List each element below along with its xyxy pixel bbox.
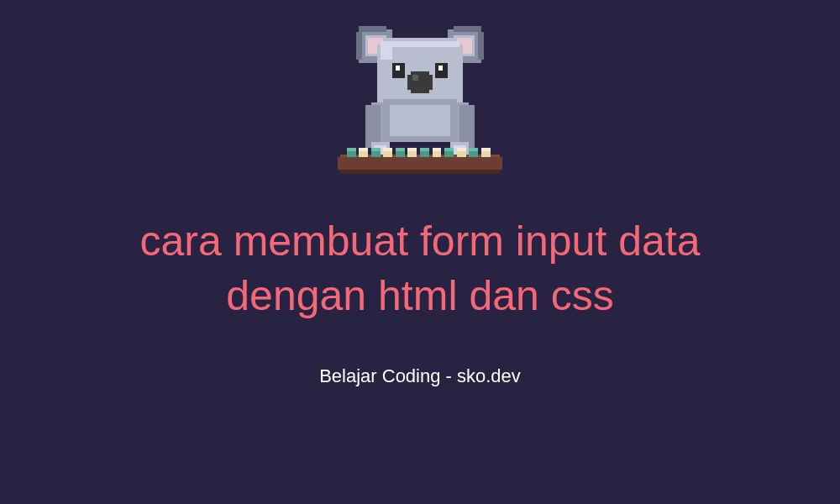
svg-rect-20 xyxy=(412,75,418,81)
svg-rect-53 xyxy=(444,148,454,151)
svg-rect-2 xyxy=(359,26,386,32)
svg-rect-14 xyxy=(392,63,405,78)
svg-rect-56 xyxy=(481,148,491,151)
svg-rect-19 xyxy=(407,75,432,90)
svg-rect-24 xyxy=(459,105,475,148)
svg-rect-7 xyxy=(454,26,481,32)
svg-rect-55 xyxy=(469,148,478,151)
svg-rect-6 xyxy=(478,32,484,60)
svg-rect-25 xyxy=(390,105,451,135)
svg-rect-1 xyxy=(356,32,362,60)
svg-rect-46 xyxy=(359,148,368,151)
svg-rect-49 xyxy=(396,148,405,151)
page-subtitle: Belajar Coding - sko.dev xyxy=(319,365,521,387)
svg-rect-52 xyxy=(433,148,442,151)
svg-rect-12 xyxy=(381,41,460,47)
svg-rect-15 xyxy=(435,63,448,78)
svg-rect-51 xyxy=(420,148,429,151)
svg-rect-32 xyxy=(340,170,499,174)
koala-mascot-icon xyxy=(328,17,512,185)
svg-rect-31 xyxy=(338,157,502,170)
svg-rect-45 xyxy=(347,148,356,151)
svg-rect-50 xyxy=(407,148,417,151)
page-title: cara membuat form input data dengan html… xyxy=(126,214,714,323)
svg-rect-17 xyxy=(438,66,443,70)
svg-rect-47 xyxy=(371,148,381,151)
svg-rect-23 xyxy=(365,105,381,148)
svg-rect-13 xyxy=(381,47,393,60)
svg-rect-54 xyxy=(457,148,466,151)
svg-rect-16 xyxy=(396,66,400,70)
svg-rect-48 xyxy=(383,148,392,151)
